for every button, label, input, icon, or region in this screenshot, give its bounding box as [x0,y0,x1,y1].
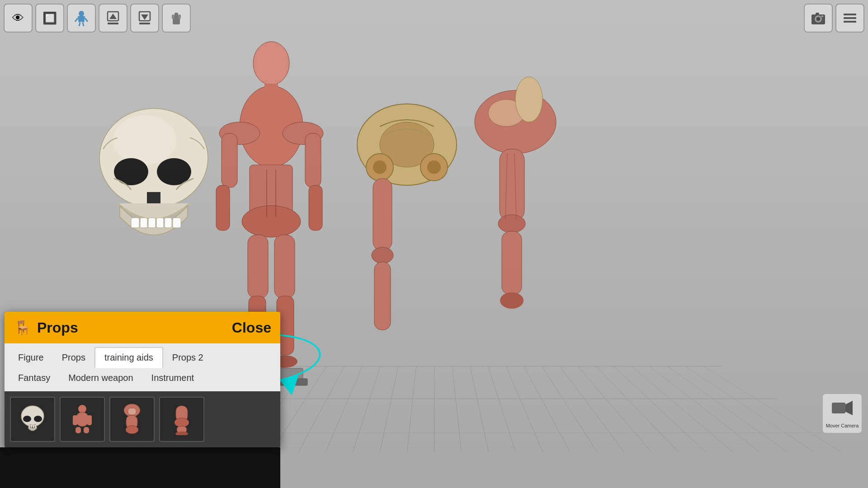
prop-item-leg[interactable] [159,397,204,442]
svg-line-52 [79,23,80,26]
svg-rect-81 [84,427,89,433]
svg-line-51 [85,18,88,22]
svg-rect-67 [816,13,819,15]
prop-item-body[interactable] [60,397,105,442]
tab-instrument[interactable]: Instrument [142,368,203,388]
svg-point-77 [78,405,86,413]
props-panel: 🪑 Props Close Figure Props training aids… [5,312,280,447]
svg-rect-62 [172,14,175,19]
prop-arm-icon [114,401,150,437]
svg-rect-6 [216,185,230,230]
prop-item-skull[interactable] [10,397,55,442]
svg-rect-46 [173,218,181,228]
svg-rect-8 [309,185,322,230]
svg-point-75 [23,416,31,422]
prop-skull-icon [14,401,51,437]
svg-rect-41 [131,218,139,228]
tab-props[interactable]: Props [53,347,94,368]
arm-figure [475,77,556,309]
prop-item-arm[interactable] [109,397,155,442]
svg-rect-5 [222,133,237,188]
svg-point-66 [816,17,820,21]
box-icon: 🔲 [42,11,57,25]
svg-line-53 [83,23,84,26]
svg-rect-71 [844,21,856,23]
mover-camera-button[interactable]: Mover Camera [822,393,863,434]
viewport: 👁 🔲 [0,0,868,488]
view-button[interactable]: 👁 [4,4,33,33]
svg-rect-87 [128,408,136,415]
props-close-button[interactable]: Close [232,319,271,336]
svg-point-24 [427,160,441,174]
props-title-area: 🪑 Props [14,319,78,336]
svg-rect-44 [156,218,164,228]
svg-point-38 [113,115,176,165]
svg-rect-72 [832,403,845,413]
eye-icon: 👁 [12,11,24,25]
upload-button[interactable] [99,4,127,33]
svg-point-26 [372,247,393,263]
box-button[interactable]: 🔲 [35,4,64,33]
tab-training-aids[interactable]: training aids [94,347,163,368]
svg-point-74 [21,406,44,427]
layers-icon [842,10,858,26]
svg-rect-7 [305,133,321,188]
props-header: 🪑 Props Close [5,312,280,343]
svg-rect-12 [274,235,295,298]
mover-camera-icon [831,399,854,421]
mover-camera-label: Mover Camera [826,423,859,428]
svg-point-33 [500,292,524,309]
svg-point-36 [515,77,542,122]
svg-rect-32 [502,231,522,295]
svg-point-31 [498,215,525,233]
extra-button[interactable] [162,4,191,33]
layers-button[interactable] [835,4,864,33]
props-title: Props [37,319,78,336]
svg-point-89 [175,418,189,427]
download-button[interactable] [130,4,159,33]
figure-button[interactable] [67,4,96,33]
tab-props2[interactable]: Props 2 [163,347,212,368]
upload-icon [105,10,121,26]
svg-rect-59 [139,23,150,24]
bottom-bar [0,447,280,488]
camera-button[interactable] [804,4,833,33]
svg-rect-30 [500,149,524,221]
svg-rect-56 [108,23,118,24]
svg-rect-45 [165,218,172,228]
svg-point-86 [126,426,138,434]
prop-body-icon [64,401,100,437]
props-chair-icon: 🪑 [14,319,32,336]
pelvis-figure [357,104,457,330]
top-right-toolbar [804,4,864,33]
svg-rect-82 [73,415,77,425]
props-tabs-row1: Figure Props training aids Props 2 [5,343,280,368]
svg-rect-25 [373,178,392,251]
svg-point-10 [242,206,301,237]
props-items-grid [5,391,280,447]
svg-point-79 [75,412,89,427]
svg-marker-58 [141,14,148,20]
svg-rect-63 [178,14,181,19]
svg-point-22 [373,160,387,174]
svg-marker-55 [109,14,117,19]
figure-icon [73,10,90,26]
hand-icon [168,10,184,26]
svg-point-49 [79,11,84,16]
props-tabs-row2: Fantasy Modern weapon Instrument [5,368,280,391]
svg-point-76 [34,416,42,422]
tab-modern-weapon[interactable]: Modern weapon [59,368,142,388]
svg-line-50 [75,18,78,22]
tab-figure[interactable]: Figure [9,347,53,368]
svg-rect-11 [248,235,268,298]
camera-icon [810,10,826,26]
svg-rect-70 [844,17,856,19]
svg-rect-42 [140,218,147,228]
top-toolbar: 👁 🔲 [4,4,191,33]
tab-fantasy[interactable]: Fantasy [9,368,59,388]
svg-rect-80 [75,427,81,433]
download-icon [137,10,153,26]
svg-rect-83 [87,415,92,425]
svg-point-1 [253,42,289,85]
svg-rect-2 [264,84,278,102]
